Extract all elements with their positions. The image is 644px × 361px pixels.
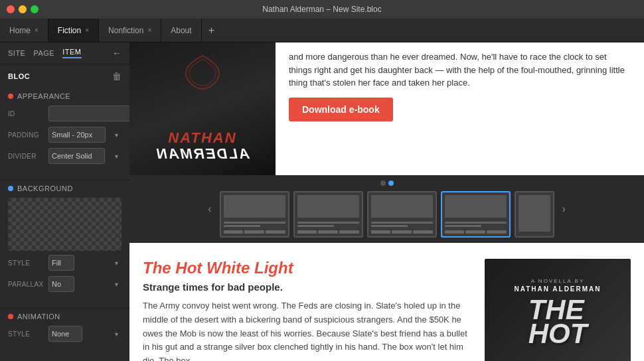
animation-style-label: STYLE: [8, 330, 44, 338]
tab-close-nonfiction[interactable]: ×: [147, 27, 151, 34]
thumb-btns-3: [371, 230, 433, 234]
parallax-select-wrapper: No: [48, 276, 121, 292]
layout-dot-2[interactable]: [388, 180, 394, 186]
animation-section: ANIMATION STYLE None: [0, 313, 129, 354]
divider-line-2: [0, 308, 129, 309]
bottom-byline: A NOVELLA BY: [531, 278, 584, 284]
bottom-book-inner: A NOVELLA BY NATHAN ALDERMAN THEHOT: [485, 259, 631, 361]
tab-close-home[interactable]: ×: [35, 27, 39, 34]
book-name-first: NATHAN: [155, 130, 250, 146]
bottom-book-body: The Army convoy heist went wrong. The Fe…: [143, 299, 471, 361]
background-preview[interactable]: [8, 198, 121, 251]
thumb-btn-2c: [339, 230, 359, 234]
titlebar: Nathan Alderman – New Site.bloc: [0, 0, 644, 19]
layout-thumb-2[interactable]: [293, 191, 363, 238]
thumb-line-2: [297, 222, 359, 224]
book-name-last: ALDERMAN: [155, 146, 250, 162]
thumb-lines-2: [297, 222, 359, 227]
thumb-btns-4: [445, 230, 507, 234]
appearance-section: APPEARANCE ID PADDING Small - 20px DIVID…: [0, 92, 129, 176]
style-select[interactable]: Fill: [48, 255, 74, 271]
padding-select-wrapper: Small - 20px: [48, 127, 121, 143]
animation-label: ANIMATION: [8, 313, 121, 321]
appearance-dot: [8, 94, 13, 99]
layout-prev-button[interactable]: ‹: [202, 203, 216, 215]
thumb-line: [224, 222, 285, 224]
animation-dot: [8, 314, 13, 319]
thumb-lines-1: [224, 222, 285, 227]
sidebar-nav-item[interactable]: ITEM: [62, 48, 81, 58]
style-select-wrapper: Fill: [48, 255, 121, 271]
animation-style-select[interactable]: None: [48, 326, 82, 342]
tab-about[interactable]: About: [161, 19, 201, 42]
sidebar-bloc-section: BLOC 🗑: [0, 64, 129, 92]
background-dot: [8, 186, 13, 191]
tab-fiction[interactable]: Fiction ×: [48, 19, 99, 42]
minimize-button[interactable]: [19, 5, 27, 13]
divider-select-wrapper: Center Solid: [48, 148, 121, 164]
tab-bar: Home × Fiction × Nonfiction × About +: [0, 19, 644, 42]
background-section: BACKGROUND STYLE Fill PARALLAX No: [0, 184, 129, 304]
padding-label: PADDING: [8, 131, 44, 139]
bottom-content: The Hot White Light Strange times for ba…: [129, 243, 644, 361]
padding-select[interactable]: Small - 20px: [48, 127, 106, 143]
thumb-lines-3: [371, 222, 433, 227]
layout-thumb-3[interactable]: [367, 191, 437, 238]
download-button[interactable]: Download e-book: [289, 98, 393, 121]
sidebar-top-nav: SITE PAGE ITEM ←: [0, 42, 129, 64]
thumb-btn-4b: [465, 230, 485, 234]
thumb-line-3: [371, 222, 433, 224]
layout-next-button[interactable]: ›: [557, 203, 571, 215]
close-button[interactable]: [7, 5, 15, 13]
tab-home[interactable]: Home ×: [0, 19, 48, 42]
parallax-field-row: PARALLAX No: [8, 276, 121, 292]
thumb-line-short: [224, 225, 261, 227]
layout-thumb-5[interactable]: [515, 191, 554, 238]
back-button[interactable]: ←: [112, 48, 121, 58]
thumb-line-4: [445, 222, 507, 224]
thumb-lines-4: [445, 222, 507, 227]
thumb-btn-s: [224, 230, 244, 234]
parallax-select[interactable]: No: [48, 276, 74, 292]
book-decorative-icon: [183, 52, 222, 92]
layout-dot-1[interactable]: [380, 180, 386, 186]
layout-thumb-1[interactable]: [220, 191, 289, 238]
divider-select[interactable]: Center Solid: [48, 148, 105, 164]
divider-label: DIVIDER: [8, 153, 44, 160]
sidebar: SITE PAGE ITEM ← BLOC 🗑 APPEARANCE ID PA…: [0, 42, 129, 361]
id-field-row: ID: [8, 106, 121, 121]
divider-line-1: [0, 180, 129, 180]
id-input[interactable]: [48, 106, 129, 121]
bottom-title-big: THEHOT: [528, 298, 588, 345]
window-title: Nathan Alderman – New Site.bloc: [262, 5, 381, 14]
divider-field-row: DIVIDER Center Solid: [8, 148, 121, 164]
bottom-author: NATHAN ALDERMAN: [514, 285, 601, 293]
delete-icon[interactable]: 🗑: [112, 71, 121, 82]
book-text-section: and more dangerous than he ever dreamed.…: [276, 42, 644, 175]
thumb-btn-s2: [244, 230, 264, 234]
main-layout: SITE PAGE ITEM ← BLOC 🗑 APPEARANCE ID PA…: [0, 42, 644, 361]
thumb-image-4: [445, 195, 507, 218]
bottom-book-cover: A NOVELLA BY NATHAN ALDERMAN THEHOT: [485, 259, 631, 361]
tab-close-fiction[interactable]: ×: [85, 27, 89, 34]
id-label: ID: [8, 110, 44, 117]
thumb-btn-3a: [371, 230, 391, 234]
book-cover: NATHAN ALDERMAN: [129, 42, 276, 175]
add-tab-button[interactable]: +: [202, 19, 221, 42]
padding-field-row: PADDING Small - 20px: [8, 127, 121, 143]
layout-center: [220, 180, 554, 238]
sidebar-nav-page[interactable]: PAGE: [33, 49, 54, 57]
book-author-display: NATHAN ALDERMAN: [155, 130, 250, 162]
bottom-book-title: The Hot White Light: [143, 259, 471, 277]
animation-style-field-row: STYLE None: [8, 326, 121, 342]
layout-dots: [380, 180, 394, 186]
maximize-button[interactable]: [31, 5, 39, 13]
layout-thumbnails: [220, 191, 554, 238]
thumb-image-5: [519, 195, 550, 232]
thumb-line-2s: [297, 225, 335, 227]
layout-thumb-4[interactable]: [441, 191, 511, 238]
book-cover-image: NATHAN ALDERMAN: [129, 42, 276, 175]
tab-nonfiction[interactable]: Nonfiction ×: [99, 19, 161, 42]
bottom-book-subtitle: Strange times for bad people.: [143, 281, 471, 293]
sidebar-nav-site[interactable]: SITE: [8, 49, 25, 57]
